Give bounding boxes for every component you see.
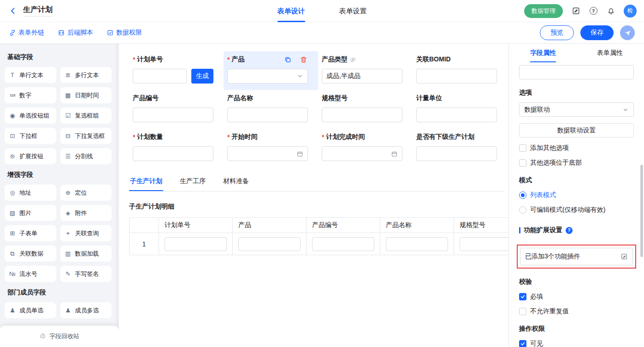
field-chip-image[interactable]: ▨图片: [5, 205, 56, 221]
save-button[interactable]: 保存: [580, 25, 614, 40]
required-row[interactable]: 必填: [519, 293, 634, 301]
cell-product-code-input[interactable]: [312, 237, 374, 251]
property-text-input[interactable]: [519, 65, 634, 79]
field-chip-single-text[interactable]: T单行文本: [5, 67, 56, 83]
plan-number-input[interactable]: [133, 69, 187, 84]
finish-time-input[interactable]: [322, 146, 402, 161]
field-chip-member-single[interactable]: ♟成员单选: [5, 302, 56, 318]
field-chip-dropdown-multi[interactable]: ⊟下拉复选框: [60, 128, 112, 144]
checkbox-unchecked[interactable]: [519, 144, 526, 152]
field-recycle-bin[interactable]: ♲ 字段回收站: [0, 326, 119, 347]
back-button[interactable]: [7, 6, 18, 17]
plugin-settings-row[interactable]: 已添加3个功能插件: [520, 248, 633, 265]
no-duplicate-row[interactable]: 不允许重复值: [519, 307, 634, 316]
top-header: 生产计划 表单设计 表单设置 数据管理 ? 检: [0, 0, 644, 22]
field-chip-relation-data[interactable]: ⧉关联数据: [5, 245, 56, 262]
subtab-sub-plan[interactable]: 子生产计划: [129, 172, 163, 191]
field-plan-number[interactable]: * 计划单号 生成: [129, 51, 224, 90]
cell-plan-number-input[interactable]: [165, 237, 227, 251]
field-chip-location[interactable]: ⊕定位: [60, 185, 112, 201]
mode-editable-row[interactable]: 可编辑模式(仅移动端有效): [519, 206, 634, 214]
field-has-sub-plan[interactable]: 是否有下级生产计划: [413, 129, 507, 168]
generate-button[interactable]: 生成: [191, 69, 213, 84]
single-text-icon: T: [9, 72, 16, 78]
extend-button-icon: ⊜: [9, 153, 16, 160]
share-button[interactable]: [620, 25, 635, 40]
field-chip-signature[interactable]: ✎手写签名: [60, 266, 112, 282]
field-chip-radio-group[interactable]: ◉单选按钮组: [5, 108, 56, 124]
form-external-link[interactable]: 表单外链: [9, 29, 44, 37]
sidebar-scrollbar[interactable]: [116, 44, 119, 347]
checkbox-unchecked[interactable]: [519, 308, 526, 315]
subtab-process[interactable]: 生产工序: [179, 172, 207, 191]
checkbox-checked[interactable]: [519, 293, 526, 300]
start-time-input[interactable]: [227, 146, 308, 161]
copy-field-button[interactable]: [283, 55, 292, 64]
cell-spec-model-input[interactable]: [460, 237, 508, 251]
field-chip-datetime[interactable]: ▦日期时间: [60, 87, 112, 103]
preview-button[interactable]: 预览: [540, 25, 574, 40]
field-start-time[interactable]: * 开始时间: [224, 129, 318, 168]
field-product-name[interactable]: 产品名称: [224, 90, 318, 129]
field-chip-address[interactable]: ◎地址: [5, 185, 56, 201]
product-type-input[interactable]: 成品,半成品: [322, 69, 402, 84]
field-chip-member-multi[interactable]: ♟成员多选: [60, 302, 112, 318]
checkbox-unchecked[interactable]: [519, 159, 526, 167]
field-chip-subform[interactable]: ⊞子表单: [5, 225, 56, 241]
panel-scrollbar[interactable]: [640, 165, 643, 257]
visible-row[interactable]: 可见: [519, 340, 634, 347]
field-chip-data-load[interactable]: ▥数据加载: [60, 245, 112, 262]
help-icon[interactable]: ?: [589, 6, 598, 16]
field-spec-model[interactable]: 规格型号: [318, 90, 413, 129]
data-linkage-settings-button[interactable]: 数据联动设置: [519, 123, 634, 138]
tab-form-properties[interactable]: 表单属性: [597, 44, 623, 62]
cell-product-input[interactable]: [238, 237, 301, 251]
data-permission-link[interactable]: 数据权限: [107, 29, 142, 37]
backend-script-link[interactable]: 后端脚本: [58, 29, 93, 37]
delete-field-button[interactable]: [299, 55, 308, 64]
field-chip-divider[interactable]: ☰分割线: [60, 148, 112, 164]
field-chip-attachment[interactable]: ◈附件: [60, 205, 112, 221]
add-other-option-row[interactable]: 添加其他选项: [519, 144, 634, 152]
field-product-selected[interactable]: * 产品: [224, 51, 318, 90]
tab-form-settings[interactable]: 表单设置: [339, 0, 367, 22]
product-select[interactable]: [227, 69, 308, 84]
product-name-input[interactable]: [227, 108, 308, 122]
edit-icon[interactable]: [620, 253, 628, 260]
field-chip-checkbox-group[interactable]: ☑复选框组: [60, 108, 112, 124]
radio-checked[interactable]: [519, 191, 526, 199]
mode-list-row[interactable]: 列表模式: [519, 191, 634, 199]
plan-quantity-input[interactable]: [133, 146, 213, 161]
avatar[interactable]: 检: [624, 5, 637, 18]
bell-icon[interactable]: [606, 6, 615, 16]
product-code-input[interactable]: [133, 108, 213, 122]
other-option-bottom-row[interactable]: 其他选项位于底部: [519, 159, 634, 167]
subtab-material[interactable]: 材料准备: [222, 172, 250, 191]
field-unit[interactable]: 计量单位: [413, 90, 507, 129]
field-chip-serial-number[interactable]: №流水号: [5, 266, 56, 282]
field-product-type[interactable]: 产品类型 成品,半成品: [318, 51, 413, 90]
field-bom-id[interactable]: 关联BOMID: [413, 51, 507, 90]
form-edit-icon[interactable]: [571, 6, 580, 16]
field-product-code[interactable]: 产品编号: [129, 90, 224, 129]
tab-field-properties[interactable]: 字段属性: [530, 44, 556, 62]
field-finish-time[interactable]: * 计划完成时间: [318, 129, 413, 168]
data-manage-button[interactable]: 数据管理: [524, 4, 563, 18]
bom-id-input[interactable]: [416, 69, 497, 84]
field-chip-extend-button[interactable]: ⊜扩展按钮: [5, 148, 56, 164]
field-chip-multi-text[interactable]: ≣多行文本: [60, 67, 112, 83]
spec-model-input[interactable]: [322, 108, 402, 122]
radio-unchecked[interactable]: [519, 206, 526, 214]
field-chip-dropdown[interactable]: ⊡下拉框: [5, 128, 56, 144]
option-type-select[interactable]: 数据联动: [519, 102, 634, 117]
tab-form-design[interactable]: 表单设计: [278, 0, 305, 22]
cell-product-name-input[interactable]: [386, 237, 448, 251]
checkbox-checked[interactable]: [519, 340, 526, 347]
field-chip-number[interactable]: 123数字: [5, 87, 56, 103]
field-label: 产品名称: [227, 94, 308, 103]
field-chip-relation-query[interactable]: ⌖关联查询: [60, 225, 112, 241]
help-icon[interactable]: ?: [566, 227, 573, 234]
unit-input[interactable]: [416, 108, 497, 122]
field-plan-quantity[interactable]: * 计划数量: [129, 129, 224, 168]
has-sub-plan-input[interactable]: [416, 146, 497, 161]
